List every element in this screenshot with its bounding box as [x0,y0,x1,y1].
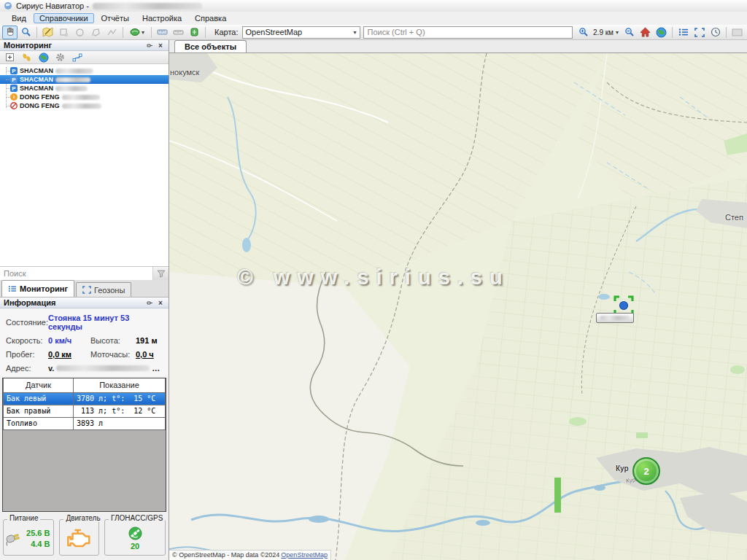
track-button[interactable]: ▾ [126,26,148,39]
map-tab-bar: Все объекты [169,40,747,53]
circle-tool-icon [75,28,85,37]
vehicle-search-input[interactable] [0,267,152,280]
globe-icon [39,52,49,63]
vehicle-label: SHACMAN [20,67,53,74]
title-bar: Сириус Навигатор - [0,0,747,12]
sidebar: Мониторинг × [0,40,169,560]
menu-directories[interactable]: Справочники [34,13,94,23]
menu-reports[interactable]: Отчёты [96,13,135,23]
zoom-tool-button[interactable] [18,26,34,39]
pan-tool-button[interactable] [2,26,18,39]
map-provider-select[interactable]: OpenStreetMap ▾ [242,26,360,39]
world-view-button[interactable] [654,26,669,39]
tab-all-objects-label: Все объекты [185,42,236,51]
redacted-plate [55,77,90,82]
zoom-in-button[interactable] [576,26,591,39]
dropdown-arrow-icon: ▾ [353,29,356,36]
zoom-out-icon [624,27,635,37]
vehicle-row[interactable]: DONG FENG [0,101,169,110]
altitude-value: 191 м [136,336,163,345]
globe-icon [656,27,667,38]
vehicle-label: SHACMAN [20,76,53,83]
toolbar-separator [36,27,37,38]
hours-value[interactable]: 0,0 ч [136,350,163,359]
redacted-plate [62,95,100,100]
attribution-link[interactable]: OpenStreetMap [281,551,328,559]
follow-button[interactable] [20,52,33,63]
time-button[interactable] [708,26,723,39]
parked-status-icon: P [10,85,18,92]
table-row[interactable]: Бак правый 113 л; t°: 12 °C [4,405,166,417]
zoom-out-button[interactable] [622,26,637,39]
measure-area-button[interactable] [171,26,186,39]
sensor-table: Датчик Показание Бак левый 3780 л; t°: 1… [3,378,166,430]
vehicle-row[interactable]: DONG FENG [0,93,169,101]
circle-tool-button-disabled [72,26,88,39]
vehicle-map-label[interactable] [596,313,634,323]
map-provider-label: Карта: [209,28,241,36]
mileage-value[interactable]: 0,0 км [48,350,90,359]
gps-group-title: ГЛОНАСС/GPS [109,514,165,522]
menu-help[interactable]: Справка [189,13,232,23]
scale-dropdown-arrow-icon[interactable]: ▾ [616,29,621,36]
tab-geozones-label: Геозоны [94,286,125,295]
map-scale-value: 2.9 км [592,28,615,36]
object-list-button[interactable] [676,26,691,39]
map-area: Все объекты [169,40,747,560]
pin-icon[interactable] [145,298,154,307]
menu-view[interactable]: Вид [6,13,32,23]
fit-bounds-button[interactable] [692,26,707,39]
tab-all-objects[interactable]: Все объекты [174,40,247,52]
window-title: Сириус Навигатор - [16,1,89,10]
vehicle-row[interactable]: P SHACMAN [0,84,169,93]
tab-monitoring-label: Мониторинг [20,284,68,293]
redacted-title-text [93,3,202,9]
table-row-selected[interactable]: Бак левый 3780 л; t°: 15 °C [4,392,166,405]
table-row[interactable]: Топливо 3893 л [4,417,166,429]
power-voltage-backup: 4.4 В [26,540,50,548]
info-panel-title: Информация [4,298,55,307]
node-tool-icon [59,28,69,37]
home-button[interactable] [638,26,653,39]
map-attribution: © OpenStreetMap - Map data ©2024 OpenStr… [169,550,331,560]
expand-all-button[interactable] [4,52,16,63]
satellite-icon [128,526,142,540]
filter-button[interactable] [152,267,169,280]
toolbar-separator [205,27,206,38]
altitude-label: Высота: [90,336,136,345]
global-search-input[interactable] [363,26,573,39]
routes-button[interactable] [71,52,83,63]
polyline-tool-icon [107,28,117,37]
map-canvas[interactable]: нокумск Степ © www.sirius.su Кур Курс 2 … [169,53,747,560]
ignition-status-icon [10,93,18,101]
tab-geozones[interactable]: Геозоны [76,282,131,297]
close-icon[interactable]: × [156,298,165,307]
pin-icon[interactable] [145,41,154,50]
settings-button[interactable] [54,52,66,63]
app-icon [4,1,12,10]
edit-map-button[interactable] [40,26,55,39]
polygon-tool-button-disabled [88,26,104,39]
vehicle-cluster-marker[interactable]: 2 [632,457,660,485]
address-value: v. … [48,364,163,373]
menu-settings[interactable]: Настройка [136,13,187,23]
close-icon[interactable]: × [156,41,165,50]
svg-text:P: P [12,85,16,92]
measure-button[interactable] [155,26,170,39]
power-group: Питание 25.6 В 4.4 В [3,519,54,556]
redacted-plate [55,86,88,91]
cluster-count: 2 [643,466,649,477]
power-voltage-main: 25.6 В [26,529,50,537]
site-watermark: © www.sirius.su [169,265,578,289]
power-group-title: Питание [7,514,40,522]
monitoring-panel-header: Мониторинг × [0,40,169,51]
vehicle-row[interactable]: P SHACMAN [0,66,169,75]
list-icon [8,285,17,292]
redacted-address [56,365,150,371]
map-city-label: нокумск [170,68,199,77]
redacted-plate [62,104,101,109]
vehicle-row-selected[interactable]: P SHACMAN [0,75,169,84]
show-on-map-button[interactable] [37,52,50,63]
cost-button[interactable] [187,26,202,39]
tab-monitoring[interactable]: Мониторинг [1,280,74,297]
